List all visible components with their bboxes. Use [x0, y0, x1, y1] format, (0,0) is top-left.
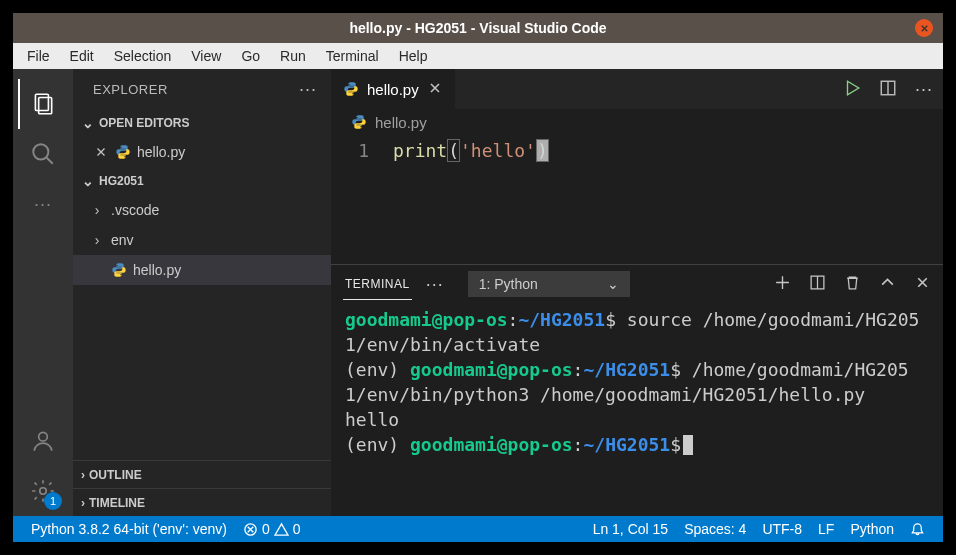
close-editor-icon[interactable] — [93, 145, 109, 159]
tab-close-icon[interactable] — [427, 80, 443, 99]
panel-more-icon[interactable]: ··· — [426, 274, 444, 295]
terminal-cursor — [683, 435, 693, 455]
status-cursor-position[interactable]: Ln 1, Col 15 — [585, 521, 677, 537]
activity-explorer-icon[interactable] — [18, 79, 68, 129]
file-hello-py[interactable]: hello.py — [73, 255, 331, 285]
status-language-mode[interactable]: Python — [842, 521, 902, 537]
open-editor-item[interactable]: hello.py — [73, 137, 331, 167]
menu-go[interactable]: Go — [233, 46, 268, 66]
tab-hello-py[interactable]: hello.py — [331, 69, 456, 109]
svg-point-4 — [40, 488, 47, 495]
window-close-button[interactable] — [915, 19, 933, 37]
chevron-right-icon: › — [81, 496, 85, 510]
explorer-more-icon[interactable]: ··· — [299, 79, 317, 100]
svg-point-3 — [39, 432, 48, 441]
terminal-output[interactable]: goodmami@pop-os:~/HG2051$ source /home/g… — [331, 303, 943, 516]
menu-view[interactable]: View — [183, 46, 229, 66]
chevron-right-icon: › — [89, 232, 105, 248]
breadcrumb[interactable]: hello.py — [331, 109, 943, 135]
chevron-down-icon: ⌄ — [81, 115, 95, 131]
activity-account-icon[interactable] — [18, 416, 68, 466]
python-file-icon — [343, 81, 359, 97]
line-number-gutter: 1 — [331, 139, 393, 264]
settings-badge: 1 — [44, 492, 62, 510]
status-python-interpreter[interactable]: Python 3.8.2 64-bit ('env': venv) — [23, 521, 235, 537]
tab-filename: hello.py — [367, 81, 419, 98]
status-problems[interactable]: 0 0 — [235, 521, 309, 537]
python-file-icon — [351, 114, 367, 130]
status-indentation[interactable]: Spaces: 4 — [676, 521, 754, 537]
maximize-panel-icon[interactable] — [879, 274, 896, 294]
run-file-icon[interactable] — [843, 79, 861, 100]
menu-file[interactable]: File — [19, 46, 58, 66]
open-editors-header[interactable]: ⌄ OPEN EDITORS — [73, 109, 331, 137]
panel-tab-terminal[interactable]: TERMINAL — [343, 269, 412, 300]
chevron-right-icon: › — [89, 202, 105, 218]
menubar: File Edit Selection View Go Run Terminal… — [13, 43, 943, 69]
folder-vscode[interactable]: › .vscode — [73, 195, 331, 225]
workspace-header[interactable]: ⌄ HG2051 — [73, 167, 331, 195]
menu-help[interactable]: Help — [391, 46, 436, 66]
split-editor-icon[interactable] — [879, 79, 897, 100]
status-encoding[interactable]: UTF-8 — [754, 521, 810, 537]
status-eol[interactable]: LF — [810, 521, 842, 537]
open-editor-filename: hello.py — [137, 144, 185, 160]
editor-more-icon[interactable]: ··· — [915, 79, 933, 100]
kill-terminal-icon[interactable] — [844, 274, 861, 294]
chevron-down-icon: ⌄ — [81, 173, 95, 189]
menu-run[interactable]: Run — [272, 46, 314, 66]
split-terminal-icon[interactable] — [809, 274, 826, 294]
status-bar: Python 3.8.2 64-bit ('env': venv) 0 0 Ln… — [13, 516, 943, 542]
close-panel-icon[interactable] — [914, 274, 931, 294]
svg-point-2 — [33, 144, 48, 159]
bottom-panel: TERMINAL ··· 1: Python ⌄ — [331, 264, 943, 516]
explorer-sidebar: EXPLORER ··· ⌄ OPEN EDITORS hello.py — [73, 69, 331, 516]
python-file-icon — [115, 144, 131, 160]
activity-more-icon[interactable]: ··· — [18, 179, 68, 229]
code-editor[interactable]: 1 print('hello') — [331, 135, 943, 264]
status-notifications-icon[interactable] — [902, 522, 933, 537]
folder-env[interactable]: › env — [73, 225, 331, 255]
chevron-down-icon: ⌄ — [607, 276, 619, 292]
activity-search-icon[interactable] — [18, 129, 68, 179]
menu-selection[interactable]: Selection — [106, 46, 180, 66]
chevron-right-icon: › — [81, 468, 85, 482]
window-titlebar: hello.py - HG2051 - Visual Studio Code — [13, 13, 943, 43]
activity-settings-icon[interactable]: 1 — [18, 466, 68, 516]
window-title: hello.py - HG2051 - Visual Studio Code — [349, 20, 606, 36]
menu-terminal[interactable]: Terminal — [318, 46, 387, 66]
terminal-select[interactable]: 1: Python ⌄ — [468, 271, 630, 297]
new-terminal-icon[interactable] — [774, 274, 791, 294]
timeline-section[interactable]: › TIMELINE — [73, 488, 331, 516]
outline-section[interactable]: › OUTLINE — [73, 460, 331, 488]
activity-bar: ··· 1 — [13, 69, 73, 516]
editor-tabs: hello.py ··· — [331, 69, 943, 109]
python-file-icon — [111, 262, 127, 278]
explorer-title: EXPLORER — [93, 82, 299, 97]
menu-edit[interactable]: Edit — [62, 46, 102, 66]
